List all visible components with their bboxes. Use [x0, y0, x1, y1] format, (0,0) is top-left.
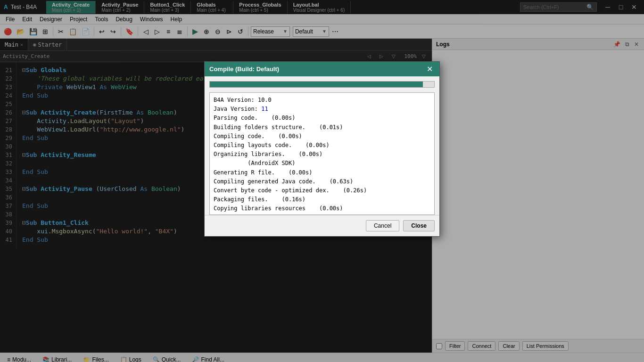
dialog-close-action-button[interactable]: Close — [403, 220, 435, 231]
log-line: Building folders structure. (0.01s) — [214, 123, 430, 132]
dialog-progress-fill — [210, 82, 423, 87]
log-line: Generating R file. (0.00s) — [214, 168, 430, 177]
log-line: Organizing libraries. (0.00s) — [214, 150, 430, 159]
dialog-title-text: Compile (Build: Default) — [209, 66, 279, 73]
log-line: Copying libraries resources (0.00s) — [214, 204, 430, 213]
log-line: B4A Version: 10.0 — [214, 96, 430, 105]
log-line: Parsing code. (0.00s) — [214, 114, 430, 123]
compile-dialog: Compile (Build: Default) ✕ B4A Version: … — [204, 61, 440, 237]
log-line: Compiling code. (0.00s) — [214, 132, 430, 141]
dialog-cancel-button[interactable]: Cancel — [366, 220, 399, 231]
dialog-overlay: Compile (Build: Default) ✕ B4A Version: … — [0, 0, 644, 362]
log-line: Compiling layouts code. (0.00s) — [214, 141, 430, 150]
log-line: Java Version: 11 — [214, 105, 430, 114]
dialog-close-button[interactable]: ✕ — [425, 65, 435, 74]
dialog-log: B4A Version: 10.0Java Version: 11Parsing… — [209, 92, 435, 215]
log-line: Packaging files. (0.16s) — [214, 195, 430, 204]
log-line: (AndroidX SDK) — [214, 159, 430, 168]
log-line: Convert byte code - optimized dex. (0.26… — [214, 186, 430, 195]
dialog-progress-bar — [209, 81, 435, 88]
log-line: Compiling generated Java code. (0.63s) — [214, 177, 430, 186]
dialog-buttons: Cancel Close — [205, 215, 439, 236]
dialog-title-bar: Compile (Build: Default) ✕ — [205, 62, 439, 76]
